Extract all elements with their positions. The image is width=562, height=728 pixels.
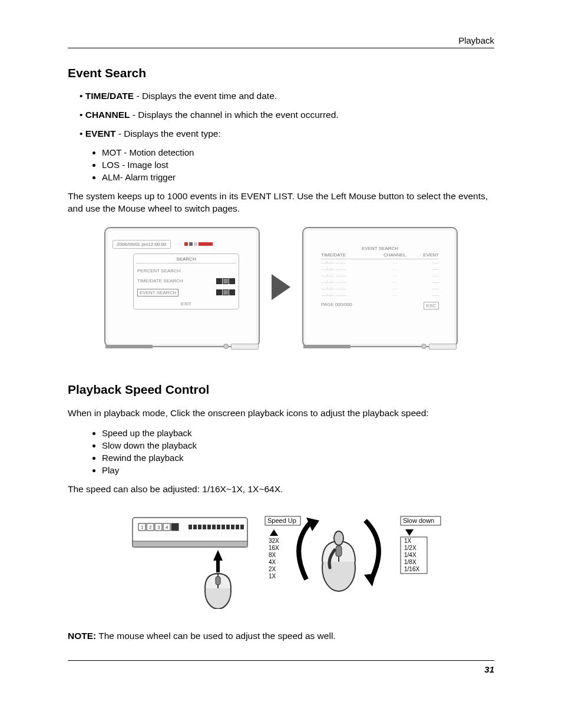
playback-intro: When in playback mode, Click the onscree…	[68, 407, 494, 420]
event-row: ----/--/-- --:--:--- ------	[321, 279, 439, 285]
event-search-footer: PAGE 000/000 ESC	[321, 302, 439, 309]
event-type-mot: MOT - Motion detection	[102, 147, 494, 157]
svg-rect-10	[171, 523, 178, 531]
svg-rect-11	[189, 525, 192, 529]
note-paragraph: NOTE: The mouse wheel can be used to adj…	[68, 630, 494, 643]
page-header-section: Playback	[68, 35, 494, 48]
action-speed-up: Speed up the playback	[102, 428, 494, 438]
svg-text:8X: 8X	[269, 552, 276, 558]
figure-speed-mouse: 1 2 3 4 Speed Up 32X 16X 8X	[130, 515, 465, 609]
svg-point-39	[334, 531, 343, 545]
event-search-headers: TIME/DATE CHANNEL EVENT	[321, 251, 439, 259]
event-search-title: EVENT SEARCH	[321, 246, 439, 251]
event-row: ----/--/-- --:--:--- ------	[321, 272, 439, 279]
svg-text:4: 4	[166, 525, 168, 530]
svg-rect-27	[216, 577, 220, 585]
event-type-alm: ALM- Alarm trigger	[102, 172, 494, 182]
event-type-los: LOS - Image lost	[102, 160, 494, 170]
svg-rect-12	[193, 525, 197, 529]
bullet-channel: • CHANNEL - Displays the channel in whic…	[80, 110, 494, 120]
arrow-right-icon	[272, 274, 290, 300]
datetime-label: 2006/09/01 pm12:00:00	[113, 240, 171, 249]
svg-text:3: 3	[157, 525, 160, 530]
svg-rect-13	[198, 525, 201, 529]
svg-rect-38	[336, 546, 342, 556]
speed-up-label: Speed Up	[267, 517, 296, 524]
svg-rect-24	[216, 561, 220, 572]
document-page: Playback Event Search • TIME/DATE - Disp…	[0, 0, 562, 698]
event-search-panel: EVENT SEARCH TIME/DATE CHANNEL EVENT ---…	[302, 227, 458, 347]
menu-event-search: EVENT SEARCH	[136, 286, 236, 299]
svg-text:2X: 2X	[269, 566, 276, 572]
svg-text:1: 1	[141, 525, 144, 530]
svg-text:1/4X: 1/4X	[404, 552, 416, 558]
recording-icons	[184, 241, 213, 247]
svg-rect-20	[231, 525, 234, 529]
playback-range: The speed can also be adjusted: 1/16X~1X…	[68, 483, 494, 496]
page-number: 31	[68, 660, 494, 674]
svg-text:1X: 1X	[269, 573, 276, 579]
event-types-list: MOT - Motion detection LOS - Image lost …	[102, 147, 494, 182]
svg-marker-23	[213, 550, 223, 561]
event-row: ----/--/-- --:--:--- ------	[321, 292, 439, 298]
svg-marker-40	[364, 574, 376, 587]
svg-rect-19	[226, 525, 230, 529]
action-play: Play	[102, 465, 494, 475]
svg-rect-15	[207, 525, 211, 529]
svg-rect-16	[212, 525, 216, 529]
search-menu-panel: 2006/09/01 pm12:00:00 SEARCH PERCENT SEA…	[104, 227, 260, 347]
menu-exit: EXIT	[136, 301, 236, 307]
action-slow-down: Slow down the playback	[102, 440, 494, 450]
search-menu-title: SEARCH	[136, 256, 236, 263]
slow-down-label: Slow down	[403, 517, 434, 524]
svg-rect-17	[217, 525, 220, 529]
svg-rect-21	[236, 525, 239, 529]
svg-text:2: 2	[149, 525, 152, 530]
menu-percent-search: PERCENT SEARCH	[136, 266, 236, 276]
menu-timedate-search: TIME/DATE SEARCH	[136, 276, 236, 286]
heading-playback-speed: Playback Speed Control	[68, 383, 494, 397]
bullet-event: • EVENT - Displays the event type:	[80, 129, 494, 139]
svg-text:1/16X: 1/16X	[404, 566, 419, 572]
svg-rect-18	[222, 525, 225, 529]
event-row: ----/--/-- --:--:--- ------	[321, 266, 439, 272]
arrow-up-icon	[270, 529, 278, 536]
event-row: ----/--/-- --:--:--- ------	[321, 285, 439, 292]
svg-rect-1	[133, 541, 247, 547]
heading-event-search: Event Search	[68, 66, 494, 80]
svg-rect-22	[240, 525, 244, 529]
svg-text:4X: 4X	[269, 559, 276, 565]
svg-text:16X: 16X	[269, 545, 279, 551]
event-search-bullets: • TIME/DATE - Displays the event time an…	[80, 91, 494, 139]
action-rewind: Rewind the playback	[102, 453, 494, 463]
bullet-time-date: • TIME/DATE - Displays the event time an…	[80, 91, 494, 101]
event-row: ----/--/-- --:--:--- ------	[321, 259, 439, 266]
event-search-paragraph: The system keeps up to 1000 events in it…	[68, 190, 494, 215]
svg-rect-14	[203, 525, 206, 529]
figure-search-flow: 2006/09/01 pm12:00:00 SEARCH PERCENT SEA…	[68, 227, 494, 347]
arrow-down-icon	[405, 529, 414, 536]
svg-text:1X: 1X	[404, 538, 412, 544]
search-menu-box: SEARCH PERCENT SEARCH TIME/DATE SEARCH E…	[133, 253, 239, 309]
svg-text:32X: 32X	[269, 538, 279, 544]
svg-text:1/8X: 1/8X	[404, 559, 416, 565]
playback-actions-list: Speed up the playback Slow down the play…	[102, 428, 494, 475]
svg-text:1/2X: 1/2X	[404, 545, 416, 551]
